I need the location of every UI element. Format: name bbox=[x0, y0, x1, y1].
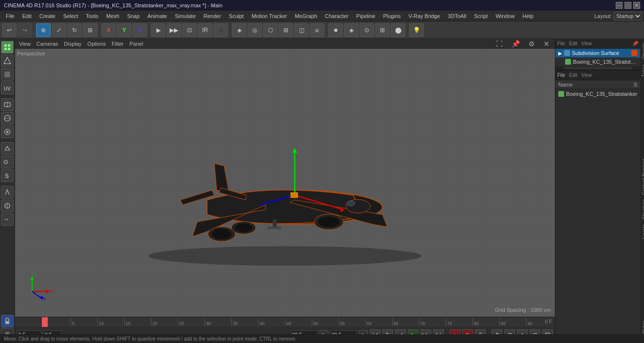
mode-axis-button[interactable] bbox=[1, 126, 14, 138]
render-ir-button[interactable]: IR bbox=[198, 23, 212, 37]
svg-point-25 bbox=[212, 229, 231, 239]
display-vertices-button[interactable]: ⬤ bbox=[391, 23, 405, 37]
viewport-close-button[interactable]: ✕ bbox=[542, 40, 551, 48]
menu-3dtoall[interactable]: 3DToAll bbox=[444, 12, 470, 20]
objects-pin-icon[interactable]: 📌 bbox=[632, 41, 638, 46]
layout-dropdown[interactable]: Startup bbox=[614, 12, 642, 20]
menu-create[interactable]: Create bbox=[36, 12, 59, 20]
menu-simulate[interactable]: Simulate bbox=[171, 12, 200, 20]
camera-3pt-button[interactable]: ⬡ bbox=[263, 23, 278, 37]
move-tool-button[interactable]: ⊕ bbox=[36, 23, 51, 37]
camera-4pt-button[interactable]: ⊞ bbox=[279, 23, 293, 37]
axis-x-button[interactable]: X bbox=[101, 23, 116, 37]
lock-button[interactable] bbox=[1, 315, 14, 327]
attr-edit-menu[interactable]: Edit bbox=[569, 72, 577, 78]
tool-smooth-button[interactable]: ~ bbox=[1, 213, 14, 226]
viewport-menu-bar: View Cameras Display Options Filter Pane… bbox=[15, 39, 555, 49]
subdivision-surface-item[interactable]: ▶ Subdivision Surface bbox=[555, 49, 640, 57]
render-view-button[interactable]: ▶ bbox=[151, 23, 166, 37]
menu-file[interactable]: File bbox=[2, 12, 19, 20]
axis-y-button[interactable]: Y bbox=[117, 23, 132, 37]
viewport-maximize-button[interactable]: ⛶ bbox=[494, 40, 504, 48]
mode-model-button[interactable] bbox=[1, 98, 14, 111]
content-browser-tab[interactable]: Content Browser bbox=[641, 157, 644, 197]
menu-tools[interactable]: Tools bbox=[82, 12, 102, 20]
camera-film-button[interactable]: ⧇ bbox=[310, 23, 324, 37]
menu-animate[interactable]: Animate bbox=[144, 12, 171, 20]
minimize-button[interactable]: ─ bbox=[616, 2, 623, 9]
menu-window[interactable]: Window bbox=[492, 12, 518, 20]
objects-view-menu[interactable]: View bbox=[581, 41, 592, 46]
menu-edit[interactable]: Edit bbox=[19, 12, 36, 20]
viewport-menu-view[interactable]: View bbox=[19, 41, 31, 47]
mode-uvw-button[interactable]: UV bbox=[1, 82, 14, 94]
viewport-menu-display[interactable]: Display bbox=[64, 41, 81, 47]
rotate-tool-button[interactable]: ↻ bbox=[67, 23, 82, 37]
objects-edit-menu[interactable]: Edit bbox=[569, 41, 577, 46]
render-region-button[interactable]: ⊡ bbox=[182, 23, 197, 37]
tool-grab-button[interactable] bbox=[1, 199, 14, 212]
viewport-settings-button[interactable]: ⚙ bbox=[527, 40, 536, 48]
takes-tab[interactable]: Takes bbox=[641, 62, 644, 79]
close-button[interactable]: ✕ bbox=[633, 2, 640, 9]
menu-select[interactable]: Select bbox=[59, 12, 82, 20]
display-shaded-button[interactable]: ■ bbox=[328, 23, 343, 37]
redo-button[interactable]: ↪ bbox=[18, 23, 32, 37]
camera-2pt-button[interactable]: ◫ bbox=[294, 23, 309, 37]
viewport-menu-filter[interactable]: Filter bbox=[112, 41, 123, 47]
render-full-button[interactable]: ▶▶ bbox=[167, 23, 181, 37]
menu-script[interactable]: Script bbox=[470, 12, 492, 20]
menu-mesh[interactable]: Mesh bbox=[102, 12, 123, 20]
menu-vray-bridge[interactable]: V-Ray Bridge bbox=[405, 12, 444, 20]
undo-button[interactable]: ↩ bbox=[2, 23, 17, 37]
menu-snap[interactable]: Snap bbox=[123, 12, 144, 20]
viewport-menu-options[interactable]: Options bbox=[87, 41, 106, 47]
svg-point-12 bbox=[6, 131, 8, 133]
grid-spacing-label: Grid Spacing : 1000 cm bbox=[495, 307, 551, 313]
tool-bend-button[interactable] bbox=[1, 186, 14, 199]
attr-file-menu[interactable]: File bbox=[557, 72, 565, 78]
menu-help[interactable]: Help bbox=[519, 12, 538, 20]
menu-sculpt[interactable]: Sculpt bbox=[225, 12, 248, 20]
boeing-object-item[interactable]: Boeing_KC_135_Stratotanker bbox=[555, 57, 640, 66]
viewport[interactable]: Perspective bbox=[15, 49, 555, 317]
mode-sculpt-button[interactable] bbox=[1, 142, 14, 155]
menu-character[interactable]: Character bbox=[321, 12, 352, 20]
camera-persp-button[interactable]: ◈ bbox=[232, 23, 246, 37]
name-col-header: Name bbox=[558, 82, 572, 88]
transform-tool-button[interactable]: ⊞ bbox=[83, 23, 97, 37]
viewport-menu-cameras[interactable]: Cameras bbox=[37, 41, 58, 47]
attr-object-item[interactable]: Boeing_KC_135_Stratotanker bbox=[555, 89, 640, 99]
camera-smooth-button[interactable]: ◎ bbox=[247, 23, 262, 37]
scale-tool-button[interactable]: ⤢ bbox=[52, 23, 66, 37]
lights-button[interactable]: 💡 bbox=[409, 23, 424, 37]
svg-text:Z: Z bbox=[43, 296, 46, 301]
objects-file-menu[interactable]: File bbox=[557, 41, 565, 46]
maximize-button[interactable]: □ bbox=[625, 2, 631, 9]
display-quick-button[interactable]: ⊙ bbox=[360, 23, 374, 37]
ruler-tick-40: 40 bbox=[258, 318, 285, 326]
menu-motion-tracker[interactable]: Motion Tracker bbox=[247, 12, 291, 20]
mode-polygon-button[interactable] bbox=[1, 68, 14, 81]
display-wire-button[interactable]: ◈ bbox=[344, 23, 359, 37]
display-lines-button[interactable]: ⊞ bbox=[375, 23, 390, 37]
objects-tab[interactable]: Objects bbox=[641, 41, 644, 61]
menu-pipeline[interactable]: Pipeline bbox=[352, 12, 379, 20]
structure-tab[interactable]: Structure bbox=[641, 198, 644, 221]
ruler-tick-5: 5 bbox=[71, 318, 97, 326]
render-region2-button[interactable]: ⬛ bbox=[213, 23, 228, 37]
layers-tab[interactable]: Layers bbox=[641, 222, 644, 241]
mode-s-button[interactable]: S bbox=[1, 169, 14, 182]
mode-edges-button[interactable] bbox=[1, 54, 14, 67]
mode-objects-button[interactable] bbox=[1, 41, 14, 54]
viewport-menu-panel[interactable]: Panel bbox=[130, 41, 143, 47]
axis-z-button[interactable]: Z bbox=[133, 23, 147, 37]
mode-texture-button[interactable] bbox=[1, 112, 14, 125]
attr-view-menu[interactable]: View bbox=[581, 72, 592, 78]
aircraft-model bbox=[119, 90, 451, 275]
viewport-pin-button[interactable]: 📌 bbox=[510, 40, 521, 48]
menu-plugins[interactable]: Plugins bbox=[379, 12, 404, 20]
menu-mograph[interactable]: MoGraph bbox=[291, 12, 321, 20]
menu-render[interactable]: Render bbox=[200, 12, 225, 20]
mode-paint-button[interactable] bbox=[1, 156, 14, 168]
